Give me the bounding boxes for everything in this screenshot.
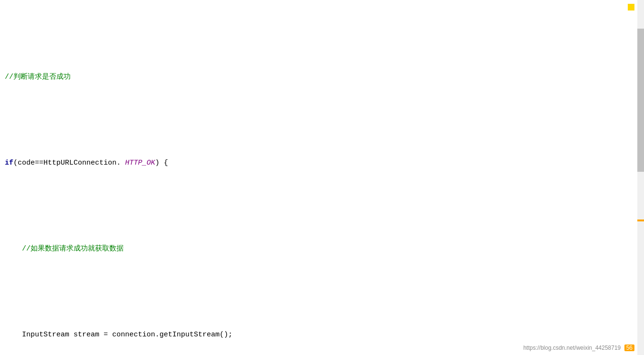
code-line-2: if(code==HttpURLConnection. HTTP_OK) {: [5, 155, 644, 172]
code-line-3: //如果数据请求成功就获取数据: [5, 240, 644, 258]
scroll-orange-marker: [637, 219, 644, 221]
watermark-badge: 56: [624, 345, 634, 351]
code-line-1: //判断请求是否成功: [5, 69, 644, 86]
scrollbar[interactable]: [637, 0, 644, 355]
watermark: https://blog.csdn.net/weixin_44258719 56: [523, 345, 634, 351]
scrollbar-thumb[interactable]: [637, 29, 644, 172]
code-line-4: InputStream stream = connection.getInput…: [5, 326, 644, 344]
comment-text: //判断请求是否成功: [5, 69, 71, 86]
code-editor: //判断请求是否成功 if(code==HttpURLConnection. H…: [0, 0, 644, 355]
keyword-if: if: [5, 155, 13, 172]
code-block: //判断请求是否成功 if(code==HttpURLConnection. H…: [0, 0, 644, 355]
